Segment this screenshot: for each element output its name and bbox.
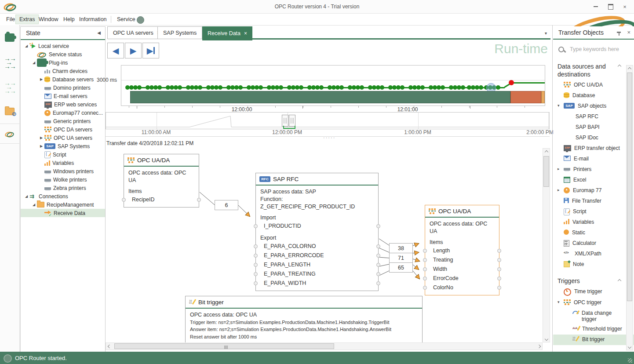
timeline-overview[interactable] [106, 112, 550, 129]
tree-item-generic-printers[interactable]: Generic printers [21, 117, 105, 125]
node-item-width[interactable]: Width [430, 265, 495, 274]
transfer-object-opc-ua-da[interactable]: OPC UA/DA [553, 80, 634, 91]
node-item-i-productid[interactable]: I_PRODUCTID [260, 222, 374, 231]
nav-latest-button[interactable]: ▶ [142, 43, 159, 58]
scroll-down-button[interactable] [543, 335, 550, 342]
expander-icon[interactable]: ▾ [557, 103, 564, 108]
tree-item-script[interactable]: Script [21, 150, 105, 159]
scrollbar-thumb[interactable] [627, 73, 632, 301]
close-panel-icon[interactable]: × [627, 26, 630, 39]
expander-icon[interactable]: ◢ [23, 44, 29, 48]
scroll-down-button[interactable] [627, 343, 633, 350]
node-opc-source[interactable]: OPC UA/DA OPC access data: OPC UAItemsRe… [124, 154, 199, 207]
menu-service[interactable]: Service [113, 15, 139, 24]
scroll-up-button[interactable] [627, 66, 633, 72]
opc-router-rail-button[interactable] [0, 124, 19, 143]
transfer-object-data-change-trigger[interactable]: Data change trigger [553, 308, 634, 324]
transfer-object-static[interactable]: Static [553, 228, 634, 238]
tab-sap-systems[interactable]: SAP Systems [157, 26, 202, 39]
node-opc-target[interactable]: OPC UA/DA OPC access data: OPC UAItemsLe… [425, 205, 499, 295]
section-header-sources[interactable]: Data sources and destinations [557, 62, 610, 78]
nav-back-button[interactable]: ◀ [107, 43, 124, 58]
expander-icon[interactable]: ◢ [23, 194, 29, 198]
tab-list-dropdown-icon[interactable]: ▾ [545, 31, 547, 36]
tree-item-windows-printers[interactable]: Windows printers [21, 167, 105, 175]
tree-item-opc-ua-servers[interactable]: ▶OPC UA servers [21, 134, 105, 142]
node-item-e-para-length[interactable]: E_PARA_LENGTH [260, 260, 374, 269]
menu-window[interactable]: Window [35, 15, 62, 24]
transfer-object-script[interactable]: Script [553, 207, 634, 217]
transfer-object-printers[interactable]: ▸Printers [553, 164, 634, 175]
node-item-e-para-treating[interactable]: E_PARA_TREATING [260, 269, 374, 279]
templates-rail-button[interactable]: →→→→→ [0, 74, 19, 99]
transfer-object-opc-trigger[interactable]: ▾OPC trigger [553, 298, 634, 308]
resize-grip-icon[interactable] [628, 358, 632, 363]
tree-item-recipemanagement[interactable]: ◢RecipeManagement [21, 200, 105, 209]
transfer-object-excel[interactable]: Excel [553, 175, 634, 186]
tree-item-wolke-printers[interactable]: Wolke printers [21, 175, 105, 184]
transfer-object-e-mail[interactable]: E-mail [553, 154, 634, 164]
node-item-errorcode[interactable]: ErrorCode [430, 274, 495, 283]
node-item-e-para-errorcode[interactable]: E_PARA_ERRORCODE [260, 251, 374, 260]
runtime-chart[interactable]: 3000 ms [121, 65, 545, 106]
node-sap-rfc[interactable]: SAP RFC SAP access data: SAPFunction: Z_… [255, 173, 379, 291]
expander-icon[interactable]: ◢ [31, 61, 37, 65]
transfer-object-database[interactable]: Database [553, 91, 634, 101]
canvas-horizontal-scrollbar[interactable] [106, 342, 543, 350]
node-item-e-para-colorno[interactable]: E_PARA_COLORNO [260, 242, 374, 251]
project-rail-button[interactable] [0, 99, 19, 124]
range-handle-right[interactable] [289, 115, 295, 127]
tree-item-receive-data[interactable]: Receive Data [21, 209, 105, 217]
scrollbar-thumb[interactable] [543, 156, 549, 187]
section-header-triggers[interactable]: Triggers [557, 277, 610, 285]
tree-item-service-status[interactable]: Service status [21, 50, 105, 58]
scroll-up-button[interactable] [543, 149, 550, 155]
search-input[interactable] [569, 46, 623, 53]
connection-diagram-canvas[interactable]: OPC UA/DA OPC access data: OPC UAItemsRe… [106, 147, 543, 342]
scrollbar-thumb[interactable] [114, 343, 334, 349]
tree-item-plug-ins[interactable]: ◢Plug-ins [21, 58, 105, 67]
close-button[interactable]: × [618, 3, 631, 11]
node-item-treating[interactable]: Treating [430, 255, 495, 265]
plugins-rail-button[interactable] [0, 25, 19, 50]
transfer-object-bit-trigger[interactable]: Bit trigger [553, 335, 634, 345]
tree-item-charm-devices[interactable]: Charm devices [21, 67, 105, 75]
transfer-object-file-transfer[interactable]: File Transfer [553, 196, 634, 207]
expander-icon[interactable]: ▶ [38, 136, 44, 140]
tree-item-local-service[interactable]: ◢Local service [21, 42, 105, 50]
tree-item-opc-da-servers[interactable]: OPC DA servers [21, 125, 105, 134]
tree-item-zebra-printers[interactable]: Zebra printers [21, 184, 105, 192]
transfer-object-sap-objects[interactable]: ▾SAP objects [553, 101, 634, 112]
tree-item-erp-web-services[interactable]: ERP web services [21, 100, 105, 109]
minimize-button[interactable] [589, 3, 602, 11]
tree-item-e-mail-servers[interactable]: E-mail servers [21, 92, 105, 100]
close-tab-icon[interactable]: × [244, 30, 247, 36]
transfer-object-euromap-77[interactable]: ▸Euromap 77 [553, 186, 634, 196]
expander-icon[interactable]: ▾ [557, 299, 564, 304]
scroll-right-button[interactable] [536, 343, 542, 349]
scroll-left-button[interactable] [106, 343, 113, 349]
transfer-object-erp-transfer-object[interactable]: ERP transfer object [553, 143, 634, 154]
tree-item-variables[interactable]: Variables [21, 159, 105, 167]
expander-icon[interactable]: ◢ [31, 203, 37, 207]
tree-item-sap-systems[interactable]: ▶SAP Systems [21, 142, 105, 150]
collapse-panel-icon[interactable]: ◀ [97, 27, 101, 39]
transfer-object-time-trigger[interactable]: Time trigger [553, 287, 634, 298]
node-item-e-para-width[interactable]: E_PARA_WIDTH [260, 279, 374, 288]
tab-receive-data[interactable]: Receive Data × [202, 26, 252, 40]
tree-item-euromap77-connec[interactable]: Euromap77 connec... [21, 109, 105, 117]
menu-information[interactable]: Information [76, 15, 110, 24]
transfer-object-variables[interactable]: Variables [553, 217, 634, 228]
transfer-object-note[interactable]: Note [553, 259, 634, 270]
range-handle-left[interactable] [282, 115, 288, 127]
tree-item-domino-printers[interactable]: Domino printers [21, 84, 105, 92]
transfer-object-sap-bapi[interactable]: SAP BAPI [553, 122, 634, 133]
expander-icon[interactable]: ▸ [557, 166, 564, 171]
expander-icon[interactable]: ▸ [557, 187, 564, 192]
expander-icon[interactable]: ▶ [38, 77, 44, 81]
transfer-object-calculator[interactable]: Calculator [553, 238, 634, 249]
maximize-button[interactable] [604, 3, 617, 11]
panel-scrollbar[interactable] [626, 65, 633, 350]
connections-rail-button[interactable]: →→→→→ [0, 50, 19, 74]
transfer-object-sap-rfc[interactable]: SAP RFC [553, 112, 634, 122]
